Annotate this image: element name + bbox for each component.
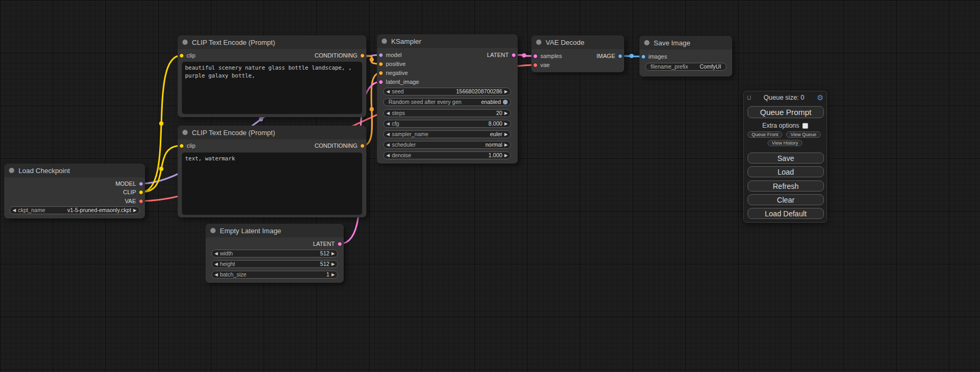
decrement-arrow-icon[interactable]: ◀ [215, 262, 218, 266]
input-label: model [386, 52, 402, 58]
collapse-dot-icon[interactable] [536, 40, 541, 45]
height-widget[interactable]: ◀ height 512 ▶ [211, 260, 338, 268]
panel-header: ⨿ Queue size: 0 ⚙ [746, 93, 824, 102]
width-widget[interactable]: ◀ width 512 ▶ [211, 250, 338, 257]
wire-image-middot [629, 54, 634, 58]
output-slot-latent: LATENT [487, 51, 516, 59]
collapse-dot-icon[interactable] [382, 39, 387, 44]
model-input-port[interactable] [379, 53, 383, 58]
decrement-arrow-icon[interactable]: ◀ [215, 273, 218, 277]
node-vae-decode[interactable]: VAE Decode samples IMAGE vae [531, 35, 624, 72]
ckpt-name-widget[interactable]: ◀ ckpt_name v1-5-pruned-emaonly.ckpt ▶ [9, 206, 140, 214]
collapse-dot-icon[interactable] [644, 40, 649, 45]
node-title-bar[interactable]: VAE Decode [531, 35, 624, 49]
view-queue-button[interactable]: View Queue [786, 131, 821, 138]
queue-prompt-button[interactable]: Queue Prompt [748, 106, 824, 118]
node-title: CLIP Text Encode (Prompt) [192, 39, 275, 46]
output-label: MODEL [115, 180, 136, 187]
output-slot-image: IMAGE [597, 52, 623, 60]
input-slot-negative: negative [379, 69, 408, 77]
increment-arrow-icon[interactable]: ▶ [504, 111, 508, 116]
collapse-dot-icon[interactable] [182, 130, 188, 135]
node-clip-text-encode-positive[interactable]: CLIP Text Encode (Prompt) clip CONDITION… [178, 35, 366, 117]
seed-widget[interactable]: ◀ seed 156680208700286 ▶ [383, 88, 511, 96]
node-ksampler[interactable]: KSampler model LATENT positive negative … [377, 34, 518, 164]
decrement-arrow-icon[interactable]: ◀ [386, 154, 390, 158]
node-title-bar[interactable]: CLIP Text Encode (Prompt) [178, 35, 366, 49]
conditioning-output-port[interactable] [360, 53, 365, 58]
widget-label: height [220, 261, 235, 267]
collapse-dot-icon[interactable] [182, 40, 188, 45]
load-button[interactable]: Load [748, 166, 824, 177]
decrement-arrow-icon[interactable]: ◀ [386, 111, 390, 116]
images-input-port[interactable] [641, 54, 646, 59]
increment-arrow-icon[interactable]: ▶ [504, 90, 508, 94]
increment-arrow-icon[interactable]: ▶ [332, 273, 335, 277]
increment-arrow-icon[interactable]: ▶ [504, 132, 508, 137]
decrement-arrow-icon[interactable]: ◀ [215, 252, 218, 256]
increment-arrow-icon[interactable]: ▶ [504, 122, 508, 126]
increment-arrow-icon[interactable]: ▶ [332, 262, 335, 266]
decrement-arrow-icon[interactable]: ◀ [13, 208, 16, 213]
conditioning-output-port[interactable] [360, 144, 365, 148]
increment-arrow-icon[interactable]: ▶ [504, 154, 508, 158]
node-title-bar[interactable]: Load Checkpoint [4, 164, 145, 177]
node-title-bar[interactable]: KSampler [377, 34, 518, 48]
positive-input-port[interactable] [379, 62, 383, 66]
vae-input-port[interactable] [533, 63, 538, 68]
negative-prompt-textarea[interactable]: text, watermark [182, 152, 362, 215]
node-empty-latent-image[interactable]: Empty Latent Image LATENT ◀ width 512 ▶ … [206, 224, 344, 283]
scheduler-widget[interactable]: ◀ scheduler normal ▶ [383, 141, 511, 149]
node-title-bar[interactable]: Save Image [639, 36, 732, 50]
decrement-arrow-icon[interactable]: ◀ [386, 122, 390, 126]
input-slot-latent-image: latent_image [379, 78, 419, 85]
node-clip-text-encode-negative[interactable]: CLIP Text Encode (Prompt) clip CONDITION… [178, 126, 366, 217]
filename-prefix-widget[interactable]: filename_prefix ComfyUI [645, 63, 726, 71]
clip-input-port[interactable] [179, 53, 184, 58]
refresh-button[interactable]: Refresh [748, 180, 824, 192]
steps-widget[interactable]: ◀ steps 20 ▶ [383, 109, 511, 117]
toggle-on-indicator[interactable] [503, 100, 508, 104]
latent-output-port[interactable] [511, 53, 516, 58]
positive-prompt-textarea[interactable]: beautiful scenery nature glass bottle la… [182, 62, 362, 114]
random-seed-toggle-widget[interactable]: Random seed after every gen enabled [383, 98, 511, 106]
wire-model-middot [259, 117, 263, 121]
negative-input-port[interactable] [379, 71, 383, 75]
model-output-port[interactable] [139, 182, 143, 186]
node-title-bar[interactable]: CLIP Text Encode (Prompt) [178, 126, 366, 139]
sampler-name-widget[interactable]: ◀ sampler_name euler ▶ [383, 130, 511, 138]
clip-input-port[interactable] [179, 144, 184, 148]
latent-image-input-port[interactable] [379, 80, 383, 84]
batch-size-widget[interactable]: ◀ batch_size 1 ▶ [211, 271, 338, 279]
latent-output-port[interactable] [337, 242, 342, 246]
collapse-dot-icon[interactable] [210, 228, 216, 233]
node-title-bar[interactable]: Empty Latent Image [206, 224, 344, 237]
queue-front-button[interactable]: Queue Front [748, 131, 782, 138]
settings-gear-icon[interactable]: ⚙ [817, 93, 823, 102]
decrement-arrow-icon[interactable]: ◀ [386, 132, 390, 137]
output-label: LATENT [313, 241, 335, 247]
denoise-widget[interactable]: ◀ denoise 1.000 ▶ [383, 151, 511, 159]
load-default-button[interactable]: Load Default [748, 208, 824, 219]
clip-output-port[interactable] [139, 190, 143, 195]
increment-arrow-icon[interactable]: ▶ [504, 143, 508, 147]
node-save-image[interactable]: Save Image images filename_prefix ComfyU… [639, 36, 732, 77]
input-label: latent_image [386, 79, 419, 85]
image-output-port[interactable] [618, 54, 623, 59]
decrement-arrow-icon[interactable]: ◀ [386, 143, 390, 147]
save-button[interactable]: Save [748, 152, 824, 164]
decrement-arrow-icon[interactable]: ◀ [386, 90, 390, 94]
vae-output-port[interactable] [139, 199, 143, 204]
extra-options-row: Extra options [744, 122, 827, 129]
view-history-button[interactable]: View History [768, 140, 802, 146]
drag-handle-icon[interactable]: ⨿ [747, 94, 751, 101]
increment-arrow-icon[interactable]: ▶ [133, 208, 137, 213]
collapse-dot-icon[interactable] [9, 168, 14, 173]
increment-arrow-icon[interactable]: ▶ [332, 252, 335, 256]
input-slot-model: model [379, 51, 402, 59]
samples-input-port[interactable] [533, 54, 538, 59]
clear-button[interactable]: Clear [748, 194, 824, 205]
cfg-widget[interactable]: ◀ cfg 8.000 ▶ [383, 120, 511, 128]
node-load-checkpoint[interactable]: Load Checkpoint MODEL CLIP VAE ◀ ckpt_na… [4, 164, 145, 218]
extra-options-checkbox[interactable] [802, 123, 808, 129]
